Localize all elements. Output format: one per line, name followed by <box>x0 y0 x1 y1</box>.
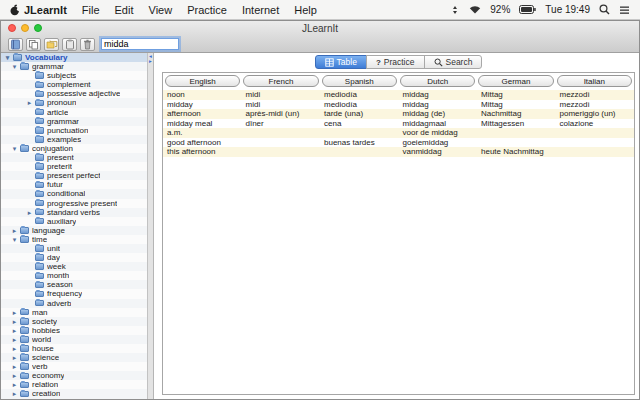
menu-help[interactable]: Help <box>294 4 317 16</box>
minimize-button[interactable] <box>21 24 29 32</box>
tree-item-auxiliary[interactable]: auxiliary <box>1 217 147 226</box>
tree-item-month[interactable]: month <box>1 271 147 280</box>
chevron-right-icon[interactable]: ▸ <box>10 226 19 235</box>
notification-center-icon[interactable] <box>619 5 630 15</box>
tree-label: grammar <box>32 62 64 71</box>
wifi-icon[interactable] <box>469 5 481 14</box>
tree-item-article[interactable]: article <box>1 108 147 117</box>
tree-item-relation[interactable]: ▸relation <box>1 380 147 389</box>
tree-item-preterit[interactable]: preterit <box>1 162 147 171</box>
tree-item-subjects[interactable]: subjects <box>1 71 147 80</box>
chevron-right-icon[interactable]: ▸ <box>10 308 19 317</box>
chevron-right-icon[interactable]: ▸ <box>10 317 19 326</box>
tree-item-punctuation[interactable]: punctuation <box>1 126 147 135</box>
paste-button[interactable] <box>62 38 77 51</box>
tree-item-examples[interactable]: examples <box>1 135 147 144</box>
battery-icon[interactable] <box>519 5 536 14</box>
chevron-right-icon[interactable]: ▸ <box>10 326 19 335</box>
folders-button[interactable] <box>44 38 59 51</box>
search-input[interactable] <box>101 38 179 50</box>
chevron-right-icon[interactable]: ▸ <box>10 389 19 398</box>
chevron-right-icon[interactable]: ▸ <box>10 344 19 353</box>
tree-item-conditional[interactable]: conditional <box>1 189 147 198</box>
tree-item-science[interactable]: ▸science <box>1 353 147 362</box>
tree-item-creation[interactable]: ▸creation <box>1 389 147 398</box>
tree-item-pronoun[interactable]: ▸pronoun <box>1 98 147 107</box>
table-row[interactable]: this afternoonvanmiddagheute Nachmittag <box>163 147 634 157</box>
titlebar[interactable]: JLearnIt <box>1 21 639 36</box>
tree-item-adverb[interactable]: adverb <box>1 299 147 308</box>
chevron-right-icon[interactable]: ▸ <box>10 362 19 371</box>
table-row[interactable]: a.m.voor de middag <box>163 128 634 138</box>
updown-arrows-icon[interactable] <box>450 5 460 15</box>
tree-item-hobbies[interactable]: ▸hobbies <box>1 326 147 335</box>
tree-label: possessive adjective <box>47 89 120 98</box>
table-row[interactable]: noonmidimediodíamiddagMittagmezzodì <box>163 90 634 100</box>
chevron-down-icon[interactable]: ▾ <box>10 235 19 244</box>
split-divider[interactable]: ◂ ▸ <box>147 53 154 399</box>
tree-item-Vocabulary[interactable]: ▾Vocabulary <box>1 53 147 62</box>
tree-item-present-perfect[interactable]: present perfect <box>1 171 147 180</box>
tree-item-progressive-present[interactable]: progressive present <box>1 199 147 208</box>
tree-item-grammar[interactable]: ▾grammar <box>1 62 147 71</box>
tab-practice[interactable]: ? Practice <box>366 55 425 69</box>
tree-item-complement[interactable]: complement <box>1 80 147 89</box>
chevron-right-icon[interactable]: ▸ <box>25 98 34 107</box>
tree-item-time[interactable]: ▾time <box>1 235 147 244</box>
tree-item-frequency[interactable]: frequency <box>1 289 147 298</box>
tree-item-man[interactable]: ▸man <box>1 308 147 317</box>
table-row[interactable]: midday mealdînercenamiddagmaalMittagesse… <box>163 119 634 129</box>
table-row[interactable]: good afternoonbuenas tardesgoeiemiddag <box>163 138 634 148</box>
tree-item-economy[interactable]: ▸economy <box>1 371 147 380</box>
chevron-right-icon[interactable]: ▸ <box>10 353 19 362</box>
table-row[interactable]: afternoonaprès-midi (un)tarde (una)midda… <box>163 109 634 119</box>
tree-item-world[interactable]: ▸world <box>1 335 147 344</box>
tree-item-house[interactable]: ▸house <box>1 344 147 353</box>
chevron-down-icon[interactable]: ▾ <box>10 144 19 153</box>
menu-practice[interactable]: Practice <box>187 4 227 16</box>
close-button[interactable] <box>8 24 16 32</box>
table-row[interactable]: middaymidimediodíamiddagMittagmezzodì <box>163 100 634 110</box>
tree-item-language[interactable]: ▸language <box>1 226 147 235</box>
tree-item-verb[interactable]: ▸verb <box>1 362 147 371</box>
column-header-english[interactable]: English <box>165 75 240 87</box>
chevron-down-icon[interactable]: ▾ <box>3 53 12 62</box>
column-header-spanish[interactable]: Spanish <box>322 75 397 87</box>
spotlight-icon[interactable] <box>599 4 610 15</box>
tree-item-society[interactable]: ▸society <box>1 317 147 326</box>
chevron-right-icon[interactable]: ▸ <box>10 371 19 380</box>
chevron-right-icon[interactable]: ▸ <box>25 208 34 217</box>
menu-jlearnit[interactable]: JLearnIt <box>24 4 67 16</box>
column-header-italian[interactable]: Italian <box>557 75 632 87</box>
tree-item-conjugation[interactable]: ▾conjugation <box>1 144 147 153</box>
tree-item-day[interactable]: day <box>1 253 147 262</box>
chevron-down-icon[interactable]: ▾ <box>10 62 19 71</box>
menu-view[interactable]: View <box>149 4 173 16</box>
tree-item-present[interactable]: present <box>1 153 147 162</box>
dictionary-button[interactable] <box>8 38 23 51</box>
chevron-right-icon[interactable]: ▸ <box>10 335 19 344</box>
menubar-clock[interactable]: Tue 19:49 <box>545 4 590 15</box>
zoom-button[interactable] <box>34 24 42 32</box>
delete-button[interactable] <box>80 38 95 51</box>
tree-item-possessive-adjective[interactable]: possessive adjective <box>1 89 147 98</box>
menu-internet[interactable]: Internet <box>242 4 279 16</box>
folder-icon <box>20 373 29 380</box>
tree-item-season[interactable]: season <box>1 280 147 289</box>
column-header-dutch[interactable]: Dutch <box>400 75 475 87</box>
menu-file[interactable]: File <box>82 4 100 16</box>
tab-table[interactable]: Table <box>315 55 367 69</box>
chevron-right-icon[interactable]: ▸ <box>10 380 19 389</box>
apple-menu-icon[interactable] <box>10 4 20 16</box>
tab-search[interactable]: Search <box>424 55 483 69</box>
column-header-german[interactable]: German <box>478 75 553 87</box>
tree-item-unit[interactable]: unit <box>1 244 147 253</box>
column-header-french[interactable]: French <box>243 75 318 87</box>
tree-item-week[interactable]: week <box>1 262 147 271</box>
menu-edit[interactable]: Edit <box>115 4 134 16</box>
tree-item-grammar[interactable]: grammar <box>1 117 147 126</box>
copy-button[interactable] <box>26 38 41 51</box>
collapse-right-icon[interactable]: ▸ <box>149 59 152 64</box>
tree-item-futur[interactable]: futur <box>1 180 147 189</box>
tree-item-standard-verbs[interactable]: ▸standard verbs <box>1 208 147 217</box>
